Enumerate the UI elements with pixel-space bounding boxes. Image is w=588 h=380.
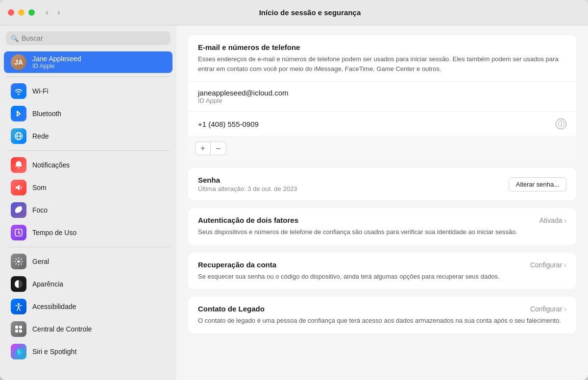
general-text: Geral [32, 258, 49, 265]
password-card: Senha Última alteração: 3 de out. de 202… [188, 168, 576, 200]
sidebar-item-wifi[interactable]: Wi-Fi [4, 80, 172, 102]
add-remove-row: + – [188, 137, 576, 160]
two-factor-chevron: › [564, 216, 566, 224]
sidebar-item-accessibility[interactable]: Acessibilidade [4, 296, 172, 317]
sidebar-item-user[interactable]: JA Jane Appleseed ID Apple [4, 51, 172, 73]
info-icon[interactable]: ⓘ [556, 119, 566, 129]
sidebar-item-focus[interactable]: Foco [4, 199, 172, 221]
email-value: janeappleseed@icloud.com [198, 89, 566, 97]
svg-point-6 [18, 303, 20, 305]
network-text: Rede [32, 132, 49, 140]
email-header-section: E-mail e números de telefone Esses ender… [188, 35, 576, 82]
screentime-icon [11, 225, 26, 240]
general-label: Geral [32, 258, 49, 265]
search-icon: 🔍 [11, 35, 19, 42]
sidebar-item-notifications[interactable]: Notificações [4, 154, 172, 176]
accessibility-label: Acessibilidade [32, 303, 76, 310]
legacy-contact-header: Contato de Legado Configurar › [198, 305, 566, 313]
two-factor-card: Autenticação de dois fatores Ativada › S… [188, 208, 576, 245]
change-password-button[interactable]: Alterar senha... [509, 177, 566, 191]
general-icon [11, 254, 26, 269]
focus-text: Foco [32, 206, 48, 214]
window-title: Início de sessão e segurança [40, 8, 580, 17]
sidebar-item-sound[interactable]: Som [4, 177, 172, 198]
legacy-contact-action[interactable]: Configurar › [530, 305, 566, 313]
email-section-desc: Esses endereços de e-mail e números de t… [198, 54, 566, 73]
two-factor-status-text: Ativada [539, 216, 563, 224]
sidebar-item-siri[interactable]: Siri e Spotlight [4, 341, 172, 362]
legacy-contact-row: Contato de Legado Configurar › O contato… [188, 297, 576, 333]
close-button[interactable] [8, 9, 14, 16]
sound-label: Som [32, 184, 47, 191]
sidebar-item-controlcenter[interactable]: Central de Controle [4, 318, 172, 340]
controlcenter-label: Central de Controle [32, 325, 92, 333]
wifi-icon [11, 83, 26, 99]
email-item: janeappleseed@icloud.com ID Apple [188, 82, 576, 112]
appearance-text: Aparência [32, 280, 63, 288]
sidebar-divider-1 [7, 76, 170, 77]
sidebar-item-general[interactable]: Geral [4, 251, 172, 272]
user-subtitle: ID Apple [32, 63, 81, 70]
account-recovery-action-text: Configurar [530, 261, 562, 269]
account-recovery-row: Recuperação da conta Configurar › Se esq… [188, 253, 576, 289]
content-area: E-mail e números de telefone Esses ender… [176, 25, 588, 380]
password-subtitle: Última alteração: 3 de out. de 2023 [198, 185, 297, 192]
notifications-text: Notificações [32, 161, 70, 169]
bluetooth-icon [11, 106, 26, 121]
accessibility-icon [11, 299, 26, 314]
screentime-label: Tempo de Uso [32, 229, 76, 237]
password-row: Senha Última alteração: 3 de out. de 202… [188, 168, 576, 200]
accessibility-text: Acessibilidade [32, 303, 76, 310]
screentime-text: Tempo de Uso [32, 229, 76, 237]
legacy-contact-desc: O contato de legado é uma pessoa de conf… [198, 316, 566, 326]
password-info: Senha Última alteração: 3 de out. de 202… [198, 176, 297, 192]
controlcenter-text: Central de Controle [32, 325, 92, 333]
two-factor-status[interactable]: Ativada › [539, 216, 566, 224]
account-recovery-header: Recuperação da conta Configurar › [198, 261, 566, 269]
legacy-contact-chevron: › [564, 305, 566, 313]
sidebar-item-bluetooth[interactable]: Bluetooth [4, 103, 172, 124]
notifications-label: Notificações [32, 161, 70, 169]
sidebar-divider-3 [7, 247, 170, 247]
account-recovery-action[interactable]: Configurar › [530, 261, 566, 269]
svg-rect-8 [19, 326, 22, 329]
bluetooth-text: Bluetooth [32, 110, 61, 118]
email-section-title: E-mail e números de telefone [198, 43, 566, 51]
title-bar: ‹ › Início de sessão e segurança [0, 0, 588, 25]
sound-icon [11, 180, 26, 195]
siri-icon [11, 344, 26, 359]
sidebar-item-screentime[interactable]: Tempo de Uso [4, 222, 172, 243]
minimize-button[interactable] [18, 9, 24, 16]
network-icon [11, 128, 26, 144]
remove-button[interactable]: – [211, 142, 226, 155]
add-button[interactable]: + [195, 142, 211, 155]
email-section-card: E-mail e números de telefone Esses ender… [188, 35, 576, 160]
sidebar: 🔍 JA Jane Appleseed ID Apple [0, 25, 176, 380]
bluetooth-label: Bluetooth [32, 110, 61, 118]
network-label: Rede [32, 132, 49, 140]
search-input[interactable] [22, 34, 166, 42]
traffic-lights [8, 9, 35, 16]
controlcenter-icon [11, 321, 26, 337]
svg-rect-9 [15, 330, 18, 332]
wifi-label: Wi-Fi [32, 87, 49, 95]
sound-text: Som [32, 184, 47, 191]
legacy-contact-title: Contato de Legado [198, 305, 265, 313]
phone-row: +1 (408) 555-0909 ⓘ [188, 112, 576, 137]
user-name: Jane Appleseed [32, 55, 81, 63]
account-recovery-card: Recuperação da conta Configurar › Se esq… [188, 253, 576, 289]
search-bar[interactable]: 🔍 [6, 31, 171, 45]
svg-rect-10 [19, 330, 22, 332]
email-type: ID Apple [198, 97, 566, 104]
sidebar-item-network[interactable]: Rede [4, 125, 172, 147]
two-factor-title: Autenticação de dois fatores [198, 216, 298, 224]
sidebar-item-appearance[interactable]: Aparência [4, 273, 172, 295]
svg-rect-7 [15, 326, 18, 329]
legacy-contact-action-text: Configurar [530, 305, 562, 313]
svg-point-12 [17, 349, 20, 354]
maximize-button[interactable] [28, 9, 35, 16]
user-avatar: JA [11, 54, 26, 70]
siri-text: Siri e Spotlight [32, 348, 76, 356]
account-recovery-title: Recuperação da conta [198, 261, 276, 269]
two-factor-header: Autenticação de dois fatores Ativada › [198, 216, 566, 224]
